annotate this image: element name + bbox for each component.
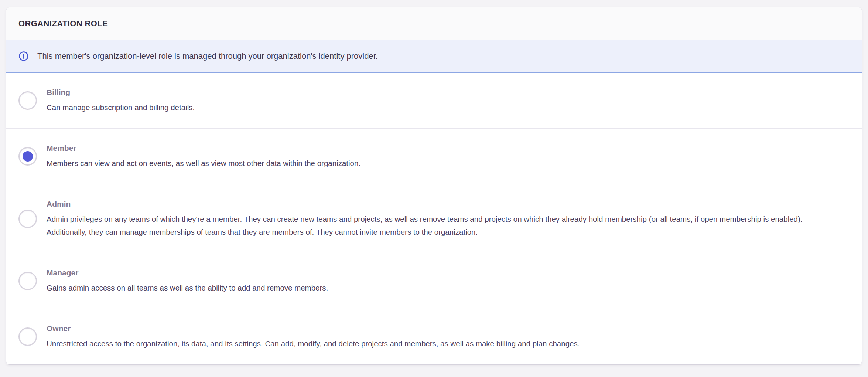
role-label: Billing — [47, 87, 195, 98]
role-description: Admin privileges on any teams of which t… — [47, 213, 844, 238]
radio-member[interactable] — [18, 147, 37, 166]
role-label: Admin — [47, 199, 844, 209]
radio-dot — [23, 151, 33, 162]
role-text: Billing Can manage subscription and bill… — [47, 87, 195, 114]
alert-text: This member's organization-level role is… — [37, 51, 378, 62]
role-text: Member Members can view and act on event… — [47, 143, 360, 170]
role-option-billing[interactable]: Billing Can manage subscription and bill… — [6, 73, 862, 129]
role-description: Can manage subscription and billing deta… — [47, 101, 195, 114]
info-icon — [18, 51, 29, 61]
role-option-manager[interactable]: Manager Gains admin access on all teams … — [6, 253, 862, 309]
role-label: Member — [47, 143, 360, 153]
role-text: Owner Unrestricted access to the organiz… — [47, 323, 580, 350]
role-description: Members can view and act on events, as w… — [47, 157, 360, 170]
role-description: Unrestricted access to the organization,… — [47, 337, 580, 350]
radio-billing[interactable] — [18, 91, 37, 110]
role-option-member[interactable]: Member Members can view and act on event… — [6, 129, 862, 184]
role-option-admin[interactable]: Admin Admin privileges on any teams of w… — [6, 184, 862, 253]
organization-role-panel: ORGANIZATION ROLE This member's organiza… — [6, 7, 862, 365]
radio-owner[interactable] — [18, 327, 37, 346]
idp-managed-alert: This member's organization-level role is… — [6, 40, 862, 73]
role-radio-group: Billing Can manage subscription and bill… — [6, 73, 862, 364]
role-label: Manager — [47, 268, 328, 278]
radio-admin[interactable] — [18, 210, 37, 228]
panel-title: ORGANIZATION ROLE — [18, 19, 108, 28]
panel-header: ORGANIZATION ROLE — [6, 7, 862, 40]
role-option-owner[interactable]: Owner Unrestricted access to the organiz… — [6, 309, 862, 364]
role-description: Gains admin access on all teams as well … — [47, 281, 328, 294]
role-text: Manager Gains admin access on all teams … — [47, 268, 328, 294]
radio-manager[interactable] — [18, 272, 37, 290]
role-text: Admin Admin privileges on any teams of w… — [47, 199, 844, 238]
role-label: Owner — [47, 323, 580, 334]
